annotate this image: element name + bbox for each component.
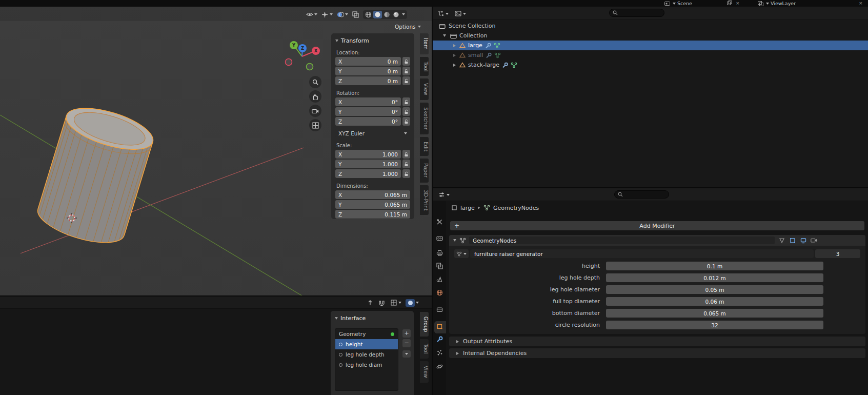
new-scene-icon[interactable] (727, 1, 732, 7)
modifiers-tab[interactable] (436, 335, 443, 343)
gizmo-z-positive[interactable]: Z (298, 44, 307, 52)
tree-row-small[interactable]: small (433, 50, 868, 60)
editor-type-dropdown[interactable] (438, 191, 450, 199)
collapse-icon[interactable] (453, 239, 456, 242)
tree-row-collection[interactable]: Collection (433, 31, 868, 41)
expand-icon[interactable] (453, 44, 456, 47)
item-menu-button[interactable] (402, 350, 411, 358)
options-button[interactable]: Options (395, 23, 421, 31)
snapping-icon[interactable] (378, 299, 386, 307)
rotation-x-field[interactable]: X0° (335, 97, 401, 106)
outliner-search-input[interactable] (609, 9, 664, 17)
location-y-field[interactable]: Y0 m (335, 67, 401, 75)
properties-editor[interactable]: large GeometryNodes + Add Modifier Geome… (433, 188, 868, 395)
gizmo-x-negative[interactable] (286, 59, 292, 66)
modifier-name-field[interactable]: GeometryNodes (469, 236, 775, 244)
lock-icon[interactable] (402, 97, 410, 106)
editor-type-dropdown[interactable] (437, 10, 449, 17)
add-modifier-button[interactable]: + Add Modifier (450, 221, 864, 230)
geometry-nodes-icon[interactable] (494, 52, 501, 58)
browse-node-tree-button[interactable] (454, 249, 469, 258)
param-value-field[interactable]: 0.05 m (606, 285, 823, 294)
unlink-scene-icon[interactable]: × (736, 1, 740, 6)
expand-icon[interactable] (453, 64, 456, 67)
tab-paper[interactable]: Paper (420, 159, 429, 182)
overlay-dropdown[interactable] (390, 299, 401, 307)
internal-dependencies-panel[interactable]: Internal Dependencies (449, 348, 865, 358)
perspective-toggle-button[interactable] (309, 119, 321, 131)
lock-icon[interactable] (402, 160, 410, 168)
output-attributes-panel[interactable]: Output Attributes (449, 337, 865, 346)
tab-view[interactable]: View (420, 361, 429, 383)
lock-icon[interactable] (402, 67, 410, 75)
scale-z-field[interactable]: Z1.000 (335, 169, 401, 178)
dimensions-x-field[interactable]: X0.065 m (335, 190, 410, 199)
rotation-mode-select[interactable]: XYZ Euler (335, 129, 410, 137)
properties-search-input[interactable] (614, 190, 669, 199)
param-value-field[interactable]: 0.06 m (606, 297, 823, 306)
tab-tool[interactable]: Tool (420, 57, 429, 76)
lock-icon[interactable] (402, 117, 410, 126)
dimensions-z-field[interactable]: Z0.115 m (335, 210, 410, 219)
render-display-icon[interactable] (810, 236, 818, 244)
breadcrumb-modifier[interactable]: GeometryNodes (493, 205, 539, 211)
tool-tab[interactable] (436, 218, 443, 226)
navigation-gizmo[interactable]: Y Z X (286, 41, 320, 70)
tab-sketcher[interactable]: Sketcher (420, 103, 429, 134)
param-value-field[interactable]: 32 (606, 321, 823, 329)
shading-rendered-icon[interactable] (392, 11, 400, 18)
rotation-z-field[interactable]: Z0° (335, 117, 401, 126)
xray-icon[interactable] (352, 11, 359, 18)
geometry-nodes-icon[interactable] (494, 43, 500, 49)
tree-row-stack-large[interactable]: stack-large (433, 60, 868, 70)
chevron-down-icon[interactable] (402, 13, 405, 15)
remove-item-button[interactable]: − (402, 339, 411, 347)
display-mode-dropdown[interactable] (454, 10, 466, 17)
cylinder-mesh[interactable] (33, 100, 158, 251)
node-group-users-button[interactable]: 3 (815, 249, 860, 258)
gizmos-dropdown[interactable] (321, 11, 333, 18)
zoom-tool-button[interactable] (309, 76, 321, 88)
tree-row-large[interactable]: large (433, 41, 868, 50)
expand-icon[interactable] (453, 54, 456, 57)
geometry-node-editor[interactable]: Interface Geometry height leg hole depth (0, 297, 432, 395)
node-group-name-field[interactable]: furniture raiser generator (470, 249, 814, 258)
3d-viewport[interactable]: Y Z X (0, 7, 432, 295)
object-tab[interactable] (436, 323, 443, 330)
lock-icon[interactable] (402, 150, 410, 159)
scale-y-field[interactable]: Y1.000 (335, 160, 401, 168)
gizmo-x-positive[interactable]: X (312, 47, 320, 55)
pan-tool-button[interactable] (309, 90, 321, 103)
modifier-wrench-icon[interactable] (486, 52, 492, 58)
world-tab[interactable] (436, 289, 443, 297)
collection-tab[interactable] (436, 306, 443, 313)
shading-wireframe-icon[interactable] (364, 11, 373, 18)
tab-item[interactable]: Item (420, 33, 429, 54)
outliner[interactable]: Scene Collection Collection large (433, 7, 868, 187)
viewport-display-icon[interactable] (799, 236, 807, 244)
shading-material-icon[interactable] (382, 11, 391, 18)
remove-viewlayer-icon[interactable]: × (859, 1, 863, 6)
breadcrumb-object[interactable]: large (460, 205, 475, 211)
expand-icon[interactable] (443, 34, 446, 37)
interface-item-geometry[interactable]: Geometry (335, 329, 398, 339)
visibility-dropdown[interactable] (306, 11, 317, 18)
scale-x-field[interactable]: X1.000 (335, 150, 401, 159)
param-value-field[interactable]: 0.1 m (606, 262, 823, 270)
physics-tab[interactable] (436, 363, 443, 370)
shading-dropdown[interactable] (406, 299, 419, 307)
lock-icon[interactable] (402, 57, 410, 66)
parent-up-icon[interactable] (366, 299, 374, 307)
interface-item-leg-hole-depth[interactable]: leg hole depth (335, 349, 398, 360)
interface-item-height[interactable]: height (335, 339, 398, 349)
rotation-y-field[interactable]: Y0° (335, 107, 401, 116)
overlays-dropdown[interactable] (336, 11, 348, 18)
output-tab[interactable] (436, 249, 443, 257)
lock-icon[interactable] (402, 169, 410, 178)
viewlayer-selector[interactable]: ViewLayer × (757, 0, 863, 7)
lock-icon[interactable] (402, 107, 410, 116)
tab-edit[interactable]: Edit (420, 137, 429, 156)
render-tab[interactable] (436, 234, 443, 242)
modifier-panel-header[interactable]: GeometryNodes (449, 235, 865, 246)
tab-3d-print[interactable]: 3D-Print (420, 185, 429, 215)
